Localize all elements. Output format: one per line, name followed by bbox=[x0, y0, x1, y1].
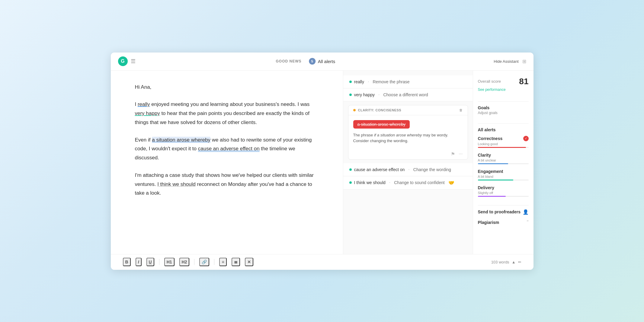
right-sidebar: Overall score 81 See performance Goals A… bbox=[473, 71, 533, 254]
score-value: 81 bbox=[519, 77, 528, 86]
plagiarism-icon: " bbox=[527, 220, 529, 225]
score-row: Overall score 81 bbox=[478, 77, 529, 86]
alerts-badge: 5 bbox=[309, 58, 316, 65]
metric-bar bbox=[478, 147, 529, 148]
alerts-label: All alerts bbox=[318, 59, 335, 64]
more-icon[interactable]: ··· bbox=[459, 151, 463, 157]
bold-button[interactable]: B bbox=[123, 258, 131, 266]
link-button[interactable]: 🔗 bbox=[199, 258, 209, 266]
alert-item-very-happy[interactable]: very happy · Choose a different word bbox=[343, 88, 473, 101]
app-container: G ☰ GOOD NEWS 5 All alerts Hide Assistan… bbox=[111, 53, 533, 270]
alert-sep: · bbox=[378, 92, 380, 97]
metric-status: A bit bland bbox=[478, 175, 529, 178]
alert-card-actions: ⚑ ··· bbox=[348, 149, 468, 159]
alert-sep: · bbox=[368, 79, 369, 84]
alert-dot bbox=[349, 168, 352, 171]
alert-highlight-pill: a situation arose whereby bbox=[353, 120, 410, 129]
goals-title: Goals bbox=[478, 105, 529, 110]
toolbar: B I U H1 H2 🔗 ≡ ≣ ✕ 103 words ▲ ✏ bbox=[111, 254, 533, 270]
cause-adverse-underlined: cause an adverse effect on bbox=[198, 146, 260, 151]
word-count-label: 103 words bbox=[491, 260, 509, 264]
alert-card-header: CLARITY: CONCISENESS 🗑 bbox=[348, 105, 468, 115]
alert-item-think[interactable]: I think we should · Change to sound conf… bbox=[343, 176, 473, 190]
alert-dot bbox=[349, 81, 352, 83]
header-right: Hide Assistant ⊞ bbox=[494, 59, 526, 64]
paragraph-1: I really enjoyed meeting you and learnin… bbox=[135, 100, 316, 127]
alert-sep: · bbox=[408, 167, 409, 172]
metric-engagement[interactable]: Engagement A bit bland bbox=[478, 169, 529, 180]
clear-format-button[interactable]: ✕ bbox=[245, 258, 253, 266]
metric-clarity[interactable]: Clarity A bit unclear bbox=[478, 153, 529, 164]
metric-status: A bit unclear bbox=[478, 158, 529, 162]
metric-bar-fill bbox=[478, 180, 514, 180]
alert-suggestion: Choose a different word bbox=[383, 92, 428, 97]
word-count: 103 words ▲ ✏ bbox=[491, 260, 521, 264]
score-section: Overall score 81 See performance bbox=[478, 77, 529, 92]
plagiarism-label: Plagiarism bbox=[478, 220, 499, 225]
alert-card-body: a situation arose whereby The phrase if … bbox=[348, 115, 468, 149]
really-underlined: really bbox=[138, 101, 150, 107]
h1-button[interactable]: H1 bbox=[164, 258, 175, 266]
alert-card-clarity[interactable]: CLARITY: CONCISENESS 🗑 a situation arose… bbox=[348, 105, 468, 160]
paragraph-2: Even if a situation arose whereby we als… bbox=[135, 135, 316, 162]
unordered-list-button[interactable]: ≣ bbox=[232, 258, 240, 266]
metric-name: Clarity bbox=[478, 153, 491, 158]
alert-suggestion: Change to sound confident bbox=[394, 180, 444, 185]
alert-card-text: The phrase if a situation arose whereby … bbox=[353, 132, 463, 144]
alert-item-adverse[interactable]: cause an adverse effect on · Change the … bbox=[343, 163, 473, 176]
metric-status: Slightly off bbox=[478, 191, 529, 195]
metric-header: Engagement bbox=[478, 169, 529, 174]
emoji: 🤝 bbox=[448, 180, 454, 186]
score-label: Overall score bbox=[478, 79, 501, 84]
flag-icon[interactable]: ⚑ bbox=[451, 151, 455, 157]
alert-word: cause an adverse effect on bbox=[354, 167, 405, 172]
alert-word: really bbox=[354, 79, 364, 84]
h2-button[interactable]: H2 bbox=[179, 258, 190, 266]
editor-text: Hi Ana, I really enjoyed meeting you and… bbox=[135, 83, 316, 198]
grammarly-logo[interactable]: G bbox=[118, 56, 128, 66]
alert-item-really[interactable]: really · Remove the phrase bbox=[343, 75, 473, 88]
divider bbox=[478, 123, 529, 124]
logo-area: G ☰ bbox=[118, 56, 136, 66]
header: G ☰ GOOD NEWS 5 All alerts Hide Assistan… bbox=[111, 53, 533, 71]
alert-suggestion: Remove the phrase bbox=[373, 79, 409, 84]
main-content: Hi Ana, I really enjoyed meeting you and… bbox=[111, 71, 533, 254]
pencil-icon[interactable]: ✏ bbox=[518, 260, 521, 264]
metric-name: Engagement bbox=[478, 169, 503, 174]
metric-correctness[interactable]: Correctness ✓ Looking good bbox=[478, 136, 529, 148]
divider bbox=[478, 205, 529, 206]
ordered-list-button[interactable]: ≡ bbox=[219, 258, 226, 266]
send-proofreaders[interactable]: Send to proofreaders 👤 bbox=[478, 209, 529, 215]
metric-header: Clarity bbox=[478, 153, 529, 158]
metric-bar-fill bbox=[478, 163, 508, 164]
underline-button[interactable]: U bbox=[146, 258, 154, 266]
delete-alert-icon[interactable]: 🗑 bbox=[459, 108, 463, 112]
alert-dot bbox=[349, 94, 352, 96]
toolbar-sep bbox=[194, 259, 194, 265]
hide-assistant-button[interactable]: Hide Assistant bbox=[494, 59, 518, 64]
plagiarism[interactable]: Plagiarism " bbox=[478, 220, 529, 225]
goals-section: Goals Adjust goals bbox=[478, 105, 529, 115]
see-performance-link[interactable]: See performance bbox=[478, 88, 529, 92]
metric-bar bbox=[478, 196, 529, 197]
person-icon: 👤 bbox=[523, 209, 529, 215]
alert-word: I think we should bbox=[354, 180, 386, 185]
all-alerts-label[interactable]: All alerts bbox=[478, 127, 529, 132]
send-proofreaders-label: Send to proofreaders bbox=[478, 209, 521, 214]
metric-header: Correctness ✓ bbox=[478, 136, 529, 141]
toolbar-sep bbox=[214, 259, 214, 265]
toolbar-sep bbox=[159, 259, 159, 265]
italic-button[interactable]: I bbox=[136, 258, 142, 266]
metric-name: Correctness bbox=[478, 136, 503, 141]
alert-word: very happy bbox=[354, 92, 375, 97]
editor-area[interactable]: Hi Ana, I really enjoyed meeting you and… bbox=[111, 71, 343, 254]
metric-delivery[interactable]: Delivery Slightly off bbox=[478, 185, 529, 197]
adjust-goals-link[interactable]: Adjust goals bbox=[478, 111, 529, 115]
divider bbox=[478, 101, 529, 102]
panel-toggle-icon[interactable]: ⊞ bbox=[522, 59, 526, 64]
metric-status: Looking good bbox=[478, 142, 529, 146]
metric-name: Delivery bbox=[478, 185, 494, 190]
greeting: Hi Ana, bbox=[135, 83, 316, 92]
metric-header: Delivery bbox=[478, 185, 529, 190]
hamburger-icon[interactable]: ☰ bbox=[131, 58, 136, 65]
